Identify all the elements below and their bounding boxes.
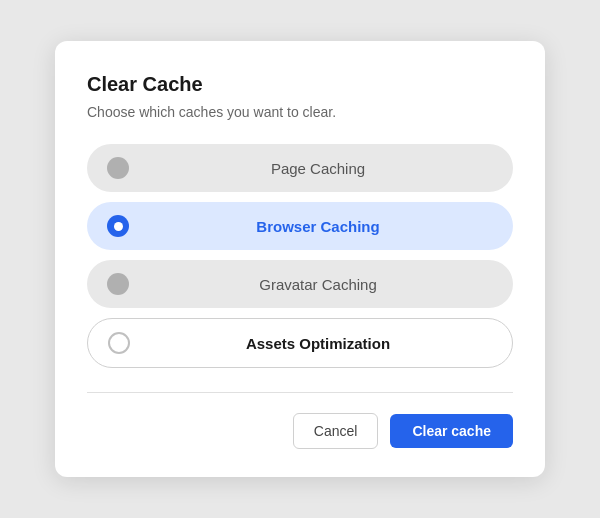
option-page-caching[interactable]: Page Caching [87, 144, 513, 192]
option-browser-caching[interactable]: Browser Caching [87, 202, 513, 250]
dialog-subtitle: Choose which caches you want to clear. [87, 104, 513, 120]
clear-cache-dialog: Clear Cache Choose which caches you want… [55, 41, 545, 477]
radio-assets-optimization [108, 332, 130, 354]
radio-gravatar-caching [107, 273, 129, 295]
option-gravatar-caching[interactable]: Gravatar Caching [87, 260, 513, 308]
divider [87, 392, 513, 393]
option-label-gravatar-caching: Gravatar Caching [143, 276, 493, 293]
options-list: Page Caching Browser Caching Gravatar Ca… [87, 144, 513, 368]
option-label-assets-optimization: Assets Optimization [144, 335, 492, 352]
radio-page-caching [107, 157, 129, 179]
clear-cache-button[interactable]: Clear cache [390, 414, 513, 448]
cancel-button[interactable]: Cancel [293, 413, 379, 449]
option-label-browser-caching: Browser Caching [143, 218, 493, 235]
option-label-page-caching: Page Caching [143, 160, 493, 177]
dialog-actions: Cancel Clear cache [87, 413, 513, 449]
option-assets-optimization[interactable]: Assets Optimization [87, 318, 513, 368]
radio-browser-caching [107, 215, 129, 237]
dialog-title: Clear Cache [87, 73, 513, 96]
